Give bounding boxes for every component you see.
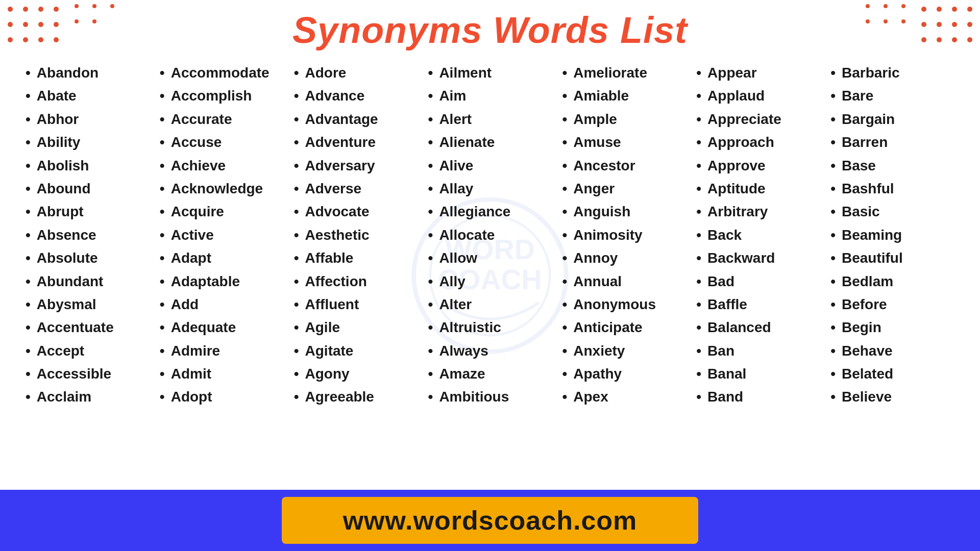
word-item: Annoy — [562, 246, 686, 269]
word-item: Banal — [696, 362, 820, 385]
word-item: Ailment — [428, 61, 552, 84]
word-item: Acknowledge — [160, 177, 284, 200]
word-item: Alter — [428, 293, 552, 316]
word-item: Absolute — [26, 246, 150, 269]
word-item: Adventure — [294, 131, 418, 154]
word-item: Abhor — [26, 108, 150, 131]
page-header: Synonyms Words List — [0, 0, 980, 56]
column-7: BarbaricBareBargainBarrenBaseBashfulBasi… — [825, 61, 960, 409]
word-item: Belated — [830, 362, 954, 385]
word-item: Believe — [830, 385, 954, 408]
word-item: Bare — [830, 84, 954, 107]
word-item: Allay — [428, 177, 552, 200]
word-item: Amaze — [428, 362, 552, 385]
word-item: Aesthetic — [294, 223, 418, 246]
word-item: Beaming — [830, 223, 954, 246]
word-item: Anger — [562, 177, 686, 200]
website-url: www.wordscoach.com — [343, 505, 638, 536]
word-item: Backward — [696, 246, 820, 269]
word-item: Abrupt — [26, 200, 150, 223]
word-item: Accuse — [160, 131, 284, 154]
word-item: Ban — [696, 339, 820, 362]
word-item: Accommodate — [160, 61, 284, 84]
word-item: Accomplish — [160, 84, 284, 107]
word-item: Affluent — [294, 293, 418, 316]
word-item: Abandon — [26, 61, 150, 84]
word-item: Allegiance — [428, 200, 552, 223]
word-item: Approve — [696, 154, 820, 177]
word-item: Bedlam — [830, 270, 954, 293]
word-item: Anguish — [562, 200, 686, 223]
page-title: Synonyms Words List — [0, 9, 980, 51]
word-item: Baffle — [696, 293, 820, 316]
word-item: Barbaric — [830, 61, 954, 84]
word-item: Apathy — [562, 362, 686, 385]
word-item: Anonymous — [562, 293, 686, 316]
word-item: Ameliorate — [562, 61, 686, 84]
word-item: Advantage — [294, 108, 418, 131]
word-item: Arbitrary — [696, 200, 820, 223]
word-item: Always — [428, 339, 552, 362]
word-item: Add — [160, 293, 284, 316]
word-item: Begin — [830, 316, 954, 339]
word-item: Amuse — [562, 131, 686, 154]
word-item: Amiable — [562, 84, 686, 107]
column-5: AmeliorateAmiableAmpleAmuseAncestorAnger… — [557, 61, 691, 409]
word-item: Adversary — [294, 154, 418, 177]
word-item: Ability — [26, 131, 150, 154]
footer-bar: www.wordscoach.com — [0, 490, 980, 551]
word-item: Abysmal — [26, 293, 150, 316]
word-item: Accept — [26, 339, 150, 362]
word-item: Agreeable — [294, 385, 418, 408]
word-item: Band — [696, 385, 820, 408]
word-item: Advance — [294, 84, 418, 107]
word-item: Alert — [428, 108, 552, 131]
word-item: Advocate — [294, 200, 418, 223]
word-item: Before — [830, 293, 954, 316]
word-item: Allocate — [428, 223, 552, 246]
word-item: Ancestor — [562, 154, 686, 177]
word-item: Allow — [428, 246, 552, 269]
word-item: Admit — [160, 362, 284, 385]
word-item: Back — [696, 223, 820, 246]
word-item: Anticipate — [562, 316, 686, 339]
word-item: Ally — [428, 270, 552, 293]
word-item: Aim — [428, 84, 552, 107]
word-item: Achieve — [160, 154, 284, 177]
words-content: AbandonAbateAbhorAbilityAbolishAboundAbr… — [0, 56, 980, 409]
word-item: Behave — [830, 339, 954, 362]
word-item: Acclaim — [26, 385, 150, 408]
word-item: Animosity — [562, 223, 686, 246]
footer-url-box: www.wordscoach.com — [282, 497, 699, 544]
word-item: Abolish — [26, 154, 150, 177]
word-item: Ambitious — [428, 385, 552, 408]
word-item: Aptitude — [696, 177, 820, 200]
word-item: Abundant — [26, 270, 150, 293]
word-item: Agile — [294, 316, 418, 339]
word-item: Affable — [294, 246, 418, 269]
word-item: Accentuate — [26, 316, 150, 339]
word-item: Barren — [830, 131, 954, 154]
word-item: Anxiety — [562, 339, 686, 362]
word-item: Admire — [160, 339, 284, 362]
word-item: Absence — [26, 223, 150, 246]
word-item: Ample — [562, 108, 686, 131]
word-item: Alive — [428, 154, 552, 177]
word-item: Adapt — [160, 246, 284, 269]
word-item: Agony — [294, 362, 418, 385]
word-item: Basic — [830, 200, 954, 223]
word-item: Active — [160, 223, 284, 246]
word-item: Adverse — [294, 177, 418, 200]
column-3: AdoreAdvanceAdvantageAdventureAdversaryA… — [289, 61, 423, 409]
word-item: Acquire — [160, 200, 284, 223]
word-item: Altruistic — [428, 316, 552, 339]
column-1: AbandonAbateAbhorAbilityAbolishAboundAbr… — [20, 61, 155, 409]
word-item: Adore — [294, 61, 418, 84]
word-item: Alienate — [428, 131, 552, 154]
word-item: Appear — [696, 61, 820, 84]
word-item: Applaud — [696, 84, 820, 107]
word-item: Bad — [696, 270, 820, 293]
word-item: Annual — [562, 270, 686, 293]
word-item: Beautiful — [830, 246, 954, 269]
word-item: Bargain — [830, 108, 954, 131]
